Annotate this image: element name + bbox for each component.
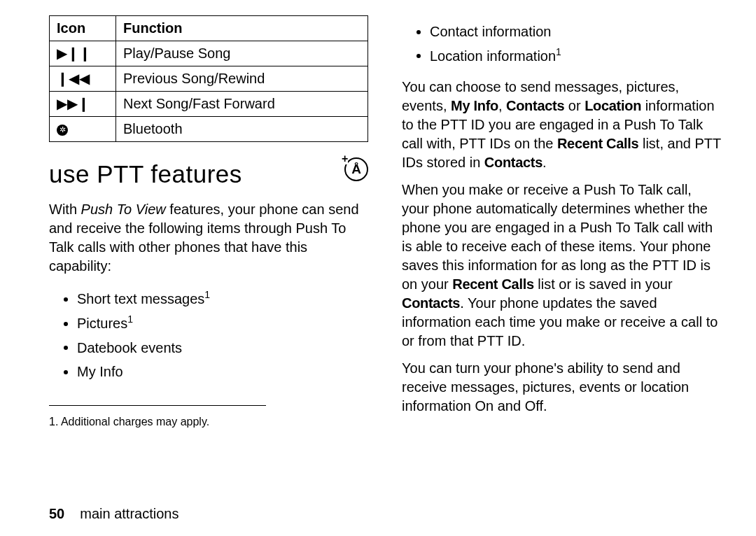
antenna-plus-icon: + Å (344, 157, 368, 181)
page-number: 50 (49, 506, 64, 522)
right-column: Contact information Location information… (402, 14, 721, 493)
paragraph-on-off: You can turn your phone's ability to sen… (402, 359, 721, 416)
section-heading-row: use PTT features + Å (49, 142, 368, 196)
cell-function: Previous Song/Rewind (116, 66, 368, 92)
two-column-layout: Icon Function ▶❙❙ Play/Pause Song ❙◀◀ Pr… (49, 14, 721, 493)
left-column: Icon Function ▶❙❙ Play/Pause Song ❙◀◀ Pr… (49, 14, 368, 493)
play-pause-icon: ▶❙❙ (50, 41, 116, 66)
icon-function-table: Icon Function ▶❙❙ Play/Pause Song ❙◀◀ Pr… (49, 15, 368, 142)
table-row: ✲ Bluetooth (50, 117, 368, 142)
prev-rewind-icon: ❙◀◀ (50, 66, 116, 92)
manual-page: Icon Function ▶❙❙ Play/Pause Song ❙◀◀ Pr… (0, 0, 756, 536)
list-item: Contact information (430, 21, 721, 41)
list-item: Location information1 (430, 45, 721, 66)
page-footer: 50 main attractions (49, 506, 721, 522)
section-heading: use PTT features (49, 157, 242, 190)
cell-function: Next Song/Fast Forward (116, 92, 368, 117)
footnote-text: 1. Additional charges may apply. (49, 414, 368, 430)
list-item: Datebook events (77, 337, 368, 358)
table-header-row: Icon Function (50, 16, 368, 41)
section-label: main attractions (80, 506, 178, 522)
next-ffwd-icon: ▶▶❙ (50, 92, 116, 117)
list-item: Pictures1 (77, 313, 368, 333)
paragraph-auto-determine: When you make or receive a Push To Talk … (402, 181, 721, 351)
intro-pre: With (49, 202, 81, 217)
table-row: ▶❙❙ Play/Pause Song (50, 41, 368, 66)
bluetooth-icon: ✲ (50, 117, 116, 142)
th-function: Function (116, 16, 368, 41)
paragraph-send-choices: You can choose to send messages, picture… (402, 78, 721, 172)
cell-function: Play/Pause Song (116, 41, 368, 66)
cell-function: Bluetooth (116, 117, 368, 142)
list-item: Short text messages1 (77, 288, 368, 309)
intro-em: Push To View (81, 202, 166, 217)
footnote-divider (49, 405, 266, 406)
th-icon: Icon (50, 16, 116, 41)
left-bullet-list: Short text messages1 Pictures1 Datebook … (49, 284, 368, 386)
table-row: ▶▶❙ Next Song/Fast Forward (50, 92, 368, 117)
list-item: My Info (77, 361, 368, 381)
intro-paragraph: With Push To View features, your phone c… (49, 200, 368, 276)
table-row: ❙◀◀ Previous Song/Rewind (50, 66, 368, 92)
right-bullet-list: Contact information Location information… (402, 17, 721, 69)
